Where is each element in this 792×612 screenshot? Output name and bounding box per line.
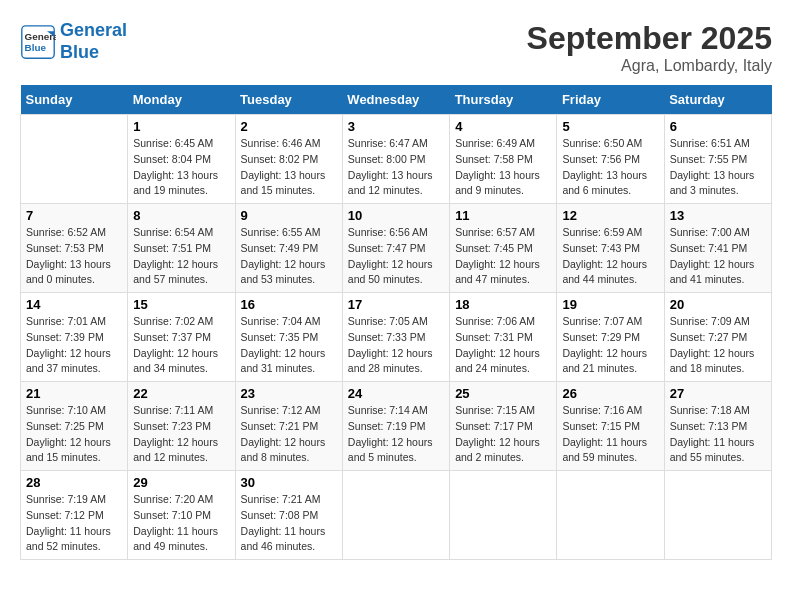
- day-info: Sunrise: 7:10 AMSunset: 7:25 PMDaylight:…: [26, 403, 122, 466]
- calendar-cell: 1Sunrise: 6:45 AMSunset: 8:04 PMDaylight…: [128, 115, 235, 204]
- day-number: 7: [26, 208, 122, 223]
- day-info: Sunrise: 7:15 AMSunset: 7:17 PMDaylight:…: [455, 403, 551, 466]
- day-number: 23: [241, 386, 337, 401]
- day-number: 15: [133, 297, 229, 312]
- day-info: Sunrise: 6:59 AMSunset: 7:43 PMDaylight:…: [562, 225, 658, 288]
- day-info: Sunrise: 7:02 AMSunset: 7:37 PMDaylight:…: [133, 314, 229, 377]
- header-row: Sunday Monday Tuesday Wednesday Thursday…: [21, 85, 772, 115]
- day-number: 24: [348, 386, 444, 401]
- title-section: September 2025 Agra, Lombardy, Italy: [527, 20, 772, 75]
- day-number: 18: [455, 297, 551, 312]
- day-number: 2: [241, 119, 337, 134]
- col-friday: Friday: [557, 85, 664, 115]
- day-info: Sunrise: 6:49 AMSunset: 7:58 PMDaylight:…: [455, 136, 551, 199]
- day-info: Sunrise: 7:18 AMSunset: 7:13 PMDaylight:…: [670, 403, 766, 466]
- day-number: 3: [348, 119, 444, 134]
- day-number: 1: [133, 119, 229, 134]
- day-info: Sunrise: 6:57 AMSunset: 7:45 PMDaylight:…: [455, 225, 551, 288]
- day-info: Sunrise: 6:51 AMSunset: 7:55 PMDaylight:…: [670, 136, 766, 199]
- day-number: 11: [455, 208, 551, 223]
- calendar-cell: 8Sunrise: 6:54 AMSunset: 7:51 PMDaylight…: [128, 204, 235, 293]
- calendar-cell: 15Sunrise: 7:02 AMSunset: 7:37 PMDayligh…: [128, 293, 235, 382]
- day-info: Sunrise: 7:19 AMSunset: 7:12 PMDaylight:…: [26, 492, 122, 555]
- day-info: Sunrise: 6:50 AMSunset: 7:56 PMDaylight:…: [562, 136, 658, 199]
- logo-line2: Blue: [60, 42, 99, 62]
- day-number: 9: [241, 208, 337, 223]
- day-number: 20: [670, 297, 766, 312]
- calendar-cell: 22Sunrise: 7:11 AMSunset: 7:23 PMDayligh…: [128, 382, 235, 471]
- calendar-cell: [450, 471, 557, 560]
- calendar-cell: 14Sunrise: 7:01 AMSunset: 7:39 PMDayligh…: [21, 293, 128, 382]
- calendar-cell: 5Sunrise: 6:50 AMSunset: 7:56 PMDaylight…: [557, 115, 664, 204]
- day-number: 8: [133, 208, 229, 223]
- day-number: 19: [562, 297, 658, 312]
- day-info: Sunrise: 7:07 AMSunset: 7:29 PMDaylight:…: [562, 314, 658, 377]
- calendar-cell: 20Sunrise: 7:09 AMSunset: 7:27 PMDayligh…: [664, 293, 771, 382]
- calendar-cell: 9Sunrise: 6:55 AMSunset: 7:49 PMDaylight…: [235, 204, 342, 293]
- day-number: 22: [133, 386, 229, 401]
- day-number: 30: [241, 475, 337, 490]
- day-number: 17: [348, 297, 444, 312]
- calendar-cell: 19Sunrise: 7:07 AMSunset: 7:29 PMDayligh…: [557, 293, 664, 382]
- day-info: Sunrise: 7:11 AMSunset: 7:23 PMDaylight:…: [133, 403, 229, 466]
- logo-text: General Blue: [60, 20, 127, 63]
- day-info: Sunrise: 6:45 AMSunset: 8:04 PMDaylight:…: [133, 136, 229, 199]
- calendar-cell: 6Sunrise: 6:51 AMSunset: 7:55 PMDaylight…: [664, 115, 771, 204]
- day-info: Sunrise: 7:04 AMSunset: 7:35 PMDaylight:…: [241, 314, 337, 377]
- calendar-cell: 21Sunrise: 7:10 AMSunset: 7:25 PMDayligh…: [21, 382, 128, 471]
- day-info: Sunrise: 7:14 AMSunset: 7:19 PMDaylight:…: [348, 403, 444, 466]
- page-header: General Blue General Blue September 2025…: [20, 20, 772, 75]
- calendar-week-5: 28Sunrise: 7:19 AMSunset: 7:12 PMDayligh…: [21, 471, 772, 560]
- location-subtitle: Agra, Lombardy, Italy: [527, 57, 772, 75]
- day-info: Sunrise: 6:54 AMSunset: 7:51 PMDaylight:…: [133, 225, 229, 288]
- day-info: Sunrise: 6:47 AMSunset: 8:00 PMDaylight:…: [348, 136, 444, 199]
- day-info: Sunrise: 6:56 AMSunset: 7:47 PMDaylight:…: [348, 225, 444, 288]
- calendar-header: Sunday Monday Tuesday Wednesday Thursday…: [21, 85, 772, 115]
- day-info: Sunrise: 7:05 AMSunset: 7:33 PMDaylight:…: [348, 314, 444, 377]
- calendar-cell: [557, 471, 664, 560]
- logo-line1: General: [60, 20, 127, 40]
- day-info: Sunrise: 7:20 AMSunset: 7:10 PMDaylight:…: [133, 492, 229, 555]
- day-number: 21: [26, 386, 122, 401]
- day-info: Sunrise: 6:52 AMSunset: 7:53 PMDaylight:…: [26, 225, 122, 288]
- calendar-cell: 26Sunrise: 7:16 AMSunset: 7:15 PMDayligh…: [557, 382, 664, 471]
- calendar-cell: 16Sunrise: 7:04 AMSunset: 7:35 PMDayligh…: [235, 293, 342, 382]
- calendar-cell: 28Sunrise: 7:19 AMSunset: 7:12 PMDayligh…: [21, 471, 128, 560]
- logo: General Blue General Blue: [20, 20, 127, 63]
- calendar-cell: 24Sunrise: 7:14 AMSunset: 7:19 PMDayligh…: [342, 382, 449, 471]
- day-info: Sunrise: 7:09 AMSunset: 7:27 PMDaylight:…: [670, 314, 766, 377]
- calendar-table: Sunday Monday Tuesday Wednesday Thursday…: [20, 85, 772, 560]
- calendar-cell: 2Sunrise: 6:46 AMSunset: 8:02 PMDaylight…: [235, 115, 342, 204]
- calendar-week-1: 1Sunrise: 6:45 AMSunset: 8:04 PMDaylight…: [21, 115, 772, 204]
- col-wednesday: Wednesday: [342, 85, 449, 115]
- col-thursday: Thursday: [450, 85, 557, 115]
- day-number: 28: [26, 475, 122, 490]
- calendar-cell: 30Sunrise: 7:21 AMSunset: 7:08 PMDayligh…: [235, 471, 342, 560]
- calendar-cell: 17Sunrise: 7:05 AMSunset: 7:33 PMDayligh…: [342, 293, 449, 382]
- calendar-body: 1Sunrise: 6:45 AMSunset: 8:04 PMDaylight…: [21, 115, 772, 560]
- day-number: 12: [562, 208, 658, 223]
- day-number: 26: [562, 386, 658, 401]
- day-number: 5: [562, 119, 658, 134]
- calendar-cell: 11Sunrise: 6:57 AMSunset: 7:45 PMDayligh…: [450, 204, 557, 293]
- calendar-cell: 23Sunrise: 7:12 AMSunset: 7:21 PMDayligh…: [235, 382, 342, 471]
- calendar-week-2: 7Sunrise: 6:52 AMSunset: 7:53 PMDaylight…: [21, 204, 772, 293]
- calendar-week-3: 14Sunrise: 7:01 AMSunset: 7:39 PMDayligh…: [21, 293, 772, 382]
- calendar-cell: [21, 115, 128, 204]
- calendar-cell: 12Sunrise: 6:59 AMSunset: 7:43 PMDayligh…: [557, 204, 664, 293]
- day-info: Sunrise: 7:01 AMSunset: 7:39 PMDaylight:…: [26, 314, 122, 377]
- day-info: Sunrise: 6:55 AMSunset: 7:49 PMDaylight:…: [241, 225, 337, 288]
- calendar-cell: 29Sunrise: 7:20 AMSunset: 7:10 PMDayligh…: [128, 471, 235, 560]
- day-number: 13: [670, 208, 766, 223]
- col-tuesday: Tuesday: [235, 85, 342, 115]
- calendar-cell: 13Sunrise: 7:00 AMSunset: 7:41 PMDayligh…: [664, 204, 771, 293]
- day-number: 16: [241, 297, 337, 312]
- day-info: Sunrise: 7:12 AMSunset: 7:21 PMDaylight:…: [241, 403, 337, 466]
- calendar-cell: [342, 471, 449, 560]
- calendar-cell: 27Sunrise: 7:18 AMSunset: 7:13 PMDayligh…: [664, 382, 771, 471]
- day-number: 4: [455, 119, 551, 134]
- day-info: Sunrise: 7:16 AMSunset: 7:15 PMDaylight:…: [562, 403, 658, 466]
- calendar-cell: 10Sunrise: 6:56 AMSunset: 7:47 PMDayligh…: [342, 204, 449, 293]
- calendar-cell: 7Sunrise: 6:52 AMSunset: 7:53 PMDaylight…: [21, 204, 128, 293]
- col-sunday: Sunday: [21, 85, 128, 115]
